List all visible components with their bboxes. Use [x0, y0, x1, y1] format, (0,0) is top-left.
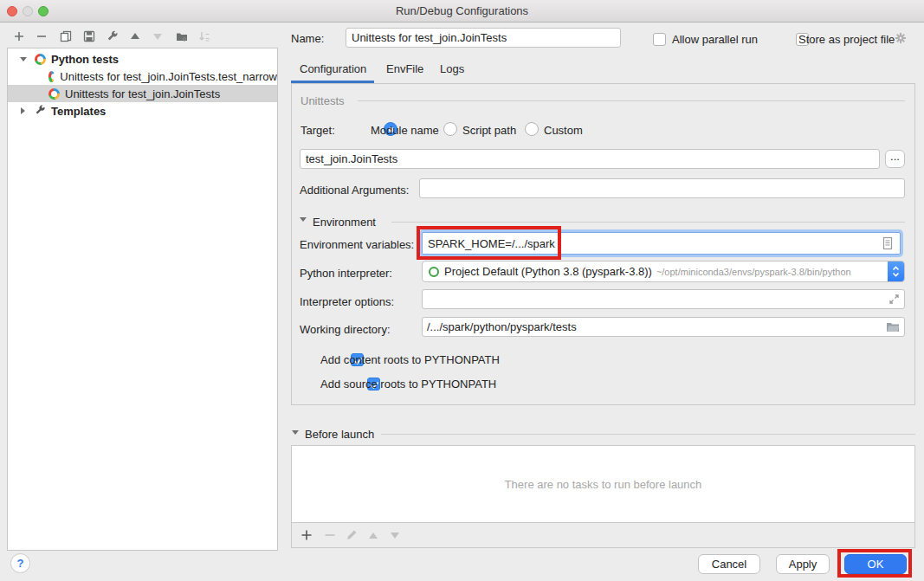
window-title: Run/Debug Configurations [0, 4, 924, 17]
working-directory-label: Working directory: [300, 323, 391, 336]
tree-item-label: Unittests for test_join.JoinTests [65, 87, 220, 100]
expand-arrow-icon[interactable] [20, 57, 27, 61]
radio-module-name-label[interactable]: Module name [371, 124, 439, 137]
tab-configuration[interactable]: Configuration [300, 62, 366, 75]
tree-item-templates[interactable]: Templates [8, 102, 277, 119]
help-button[interactable]: ? [10, 553, 30, 573]
remove-configuration-icon[interactable] [35, 29, 48, 43]
python-interpreter-select[interactable]: Project Default (Python 3.8 (pyspark-3.8… [422, 261, 905, 282]
move-task-down-icon[interactable] [389, 531, 403, 545]
cancel-button[interactable]: Cancel [698, 554, 760, 574]
allow-parallel-run-checkbox[interactable] [653, 33, 666, 46]
before-launch-panel: There are no tasks to run before launch [291, 445, 915, 548]
collapse-arrow-icon[interactable] [21, 107, 25, 114]
radio-custom-label[interactable]: Custom [544, 124, 583, 137]
group-divider [391, 222, 905, 223]
group-divider [358, 100, 905, 101]
python-interpreter-path: ~/opt/miniconda3/envs/pyspark-3.8/bin/py… [656, 267, 888, 277]
tree-item-unittest-narrow[interactable]: Unittests for test_join.JoinTests.test_n… [8, 68, 277, 85]
sort-alphabetically-icon[interactable] [197, 29, 211, 43]
wrench-icon [34, 104, 48, 118]
select-stepper-icon[interactable] [888, 261, 904, 282]
add-content-roots-label[interactable]: Add content roots to PYTHONPATH [320, 353, 500, 366]
working-directory-input[interactable]: /.../spark/python/pyspark/tests [422, 317, 905, 337]
add-source-roots-label[interactable]: Add source roots to PYTHONPATH [320, 378, 496, 391]
tree-item-label: Unittests for test_join.JoinTests.test_n… [60, 70, 277, 83]
additional-arguments-label: Additional Arguments: [300, 184, 409, 197]
store-as-project-file-label[interactable]: Store as project file [798, 33, 895, 46]
copy-configuration-icon[interactable] [59, 29, 73, 43]
allow-parallel-run-label[interactable]: Allow parallel run [672, 33, 758, 46]
python-interpreter-label: Python interpreter: [300, 267, 392, 280]
working-directory-value: /.../spark/python/pyspark/tests [427, 320, 577, 333]
name-input[interactable] [346, 28, 621, 48]
environment-collapse-icon[interactable] [300, 217, 307, 222]
environment-variables-input[interactable]: SPARK_HOME=/.../spark [422, 232, 901, 255]
conda-env-icon [429, 267, 439, 277]
tree-item-unittest-jointests[interactable]: Unittests for test_join.JoinTests [8, 85, 277, 102]
python-test-icon [48, 71, 55, 82]
environment-group-label[interactable]: Environment [313, 216, 376, 229]
add-task-icon[interactable] [300, 529, 314, 543]
move-down-icon[interactable] [151, 29, 165, 43]
configurations-tree: Python tests Unittests for test_join.Joi… [7, 48, 278, 551]
tab-envfile[interactable]: EnvFile [386, 62, 423, 75]
target-label: Target: [300, 124, 335, 137]
save-configuration-icon[interactable] [82, 29, 96, 43]
title-bar: Run/Debug Configurations [0, 0, 924, 23]
python-interpreter-value: Project Default (Python 3.8 (pyspark-3.8… [444, 265, 652, 278]
remove-task-icon[interactable] [324, 529, 338, 543]
move-up-icon[interactable] [128, 29, 142, 43]
move-task-up-icon[interactable] [367, 531, 381, 545]
interpreter-options-label: Interpreter options: [300, 295, 394, 308]
radio-script-path-label[interactable]: Script path [462, 124, 516, 137]
before-launch-empty-text: There are no tasks to run before launch [505, 478, 702, 491]
before-launch-collapse-icon[interactable] [292, 430, 299, 435]
add-configuration-icon[interactable] [12, 29, 26, 43]
browse-env-vars-icon[interactable] [881, 236, 895, 250]
apply-button[interactable]: Apply [776, 554, 830, 574]
tab-logs[interactable]: Logs [440, 62, 464, 75]
name-label: Name: [291, 32, 324, 45]
group-divider [381, 434, 915, 435]
new-folder-icon[interactable] [175, 29, 189, 43]
run-debug-configurations-dialog: Run/Debug Configurations Python tests [0, 0, 924, 581]
radio-custom[interactable] [525, 122, 539, 136]
tree-toolbar [0, 26, 277, 47]
python-test-icon [48, 88, 60, 100]
python-tests-icon [35, 54, 46, 65]
before-launch-label[interactable]: Before launch [305, 428, 374, 441]
unittests-group-label: Unittests [300, 94, 345, 107]
environment-variables-label: Environment variables: [300, 238, 414, 251]
additional-arguments-input[interactable] [419, 178, 905, 198]
edit-task-icon[interactable] [346, 529, 359, 543]
expand-field-icon[interactable] [888, 294, 900, 305]
target-input[interactable] [300, 149, 880, 169]
before-launch-task-list[interactable]: There are no tasks to run before launch [292, 446, 914, 523]
tree-item-label: Python tests [51, 53, 119, 66]
environment-variables-value: SPARK_HOME=/.../spark [428, 237, 555, 250]
folder-browse-icon[interactable] [886, 321, 900, 332]
edit-templates-icon[interactable] [106, 29, 120, 43]
tree-item-python-tests[interactable]: Python tests [8, 50, 277, 68]
tree-item-label: Templates [51, 105, 106, 118]
browse-target-button[interactable]: ... [885, 150, 905, 168]
interpreter-options-input[interactable] [422, 289, 905, 309]
ok-button[interactable]: OK [844, 554, 907, 574]
radio-script-path[interactable] [443, 122, 457, 136]
gear-icon[interactable] [894, 31, 908, 45]
